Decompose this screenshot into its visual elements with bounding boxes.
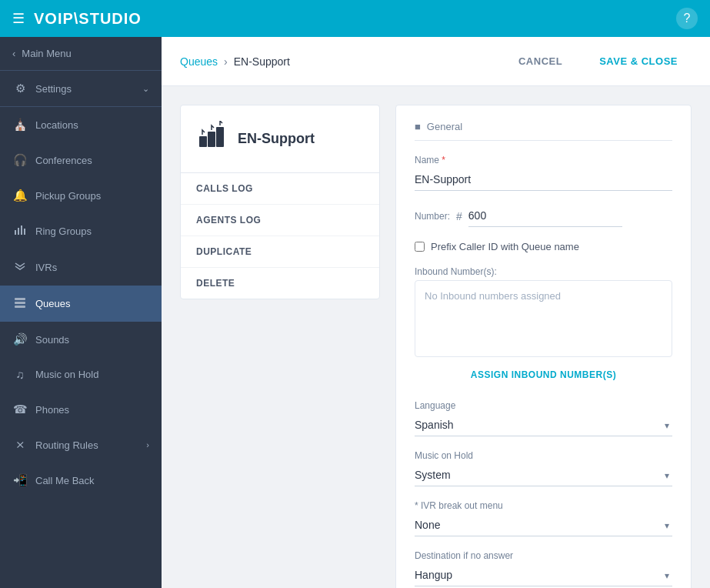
queues-icon: [12, 296, 28, 311]
sidebar: ‹ Main Menu ⚙ Settings ⌄ ⛪ Locations 🎧 C…: [0, 37, 162, 588]
sidebar-item-locations[interactable]: ⛪ Locations: [0, 107, 162, 142]
form-group-inbound: Inbound Number(s): No Inbound numbers as…: [415, 266, 672, 386]
phones-icon: ☎: [12, 403, 28, 416]
form-section-general: ■ General Name Number: #: [395, 105, 692, 588]
sidebar-item-label: Queues: [35, 298, 71, 309]
sidebar-item-label: Ring Groups: [35, 226, 92, 237]
main-layout: ‹ Main Menu ⚙ Settings ⌄ ⛪ Locations 🎧 C…: [0, 37, 710, 588]
moh-select[interactable]: System None Custom: [415, 464, 672, 486]
section-title-icon: ■: [415, 121, 421, 132]
form-group-number: Number: #: [415, 205, 672, 227]
entity-menu-agents-log[interactable]: AGENTS LOG: [181, 205, 379, 236]
ivr-select[interactable]: None: [415, 514, 672, 536]
prefix-checkbox-group: Prefix Caller ID with Queue name: [415, 241, 672, 252]
save-close-button[interactable]: SAVE & CLOSE: [585, 49, 692, 73]
sidebar-item-label: IVRs: [35, 262, 57, 273]
locations-icon: ⛪: [12, 118, 28, 132]
sidebar-item-sounds[interactable]: 🔊 Sounds: [0, 322, 162, 357]
breadcrumb-current: EN-Support: [234, 55, 290, 68]
ring-groups-icon: [12, 224, 28, 239]
svg-rect-4: [15, 298, 25, 300]
main-menu-label: Main Menu: [22, 48, 71, 59]
form-group-language: Language Spanish English French German: [415, 400, 672, 436]
sidebar-item-conferences[interactable]: 🎧 Conferences: [0, 142, 162, 178]
number-hash: #: [456, 210, 462, 222]
section-title-general: ■ General: [415, 121, 672, 141]
sounds-icon: 🔊: [12, 332, 28, 346]
assign-inbound-link[interactable]: ASSIGN INBOUND NUMBER(S): [415, 363, 672, 386]
sidebar-item-settings[interactable]: ⚙ Settings ⌄: [0, 71, 162, 107]
breadcrumb: Queues › EN-Support: [180, 55, 290, 68]
breadcrumb-parent[interactable]: Queues: [180, 55, 218, 68]
sidebar-item-label: Sounds: [35, 334, 69, 346]
sidebar-item-ivrs[interactable]: IVRs: [0, 249, 162, 286]
ivr-select-wrapper: None: [415, 514, 672, 536]
form-group-name: Name: [415, 155, 672, 191]
hamburger-icon[interactable]: ☰: [12, 10, 25, 27]
right-panel: ■ General Name Number: #: [395, 105, 692, 570]
sidebar-item-queues[interactable]: Queues: [0, 286, 162, 322]
number-input[interactable]: [468, 205, 622, 227]
cancel-button[interactable]: CANCEL: [505, 49, 576, 73]
svg-rect-5: [15, 302, 25, 304]
inbound-label: Inbound Number(s):: [415, 266, 672, 277]
ivr-label: * IVR break out menu: [415, 500, 672, 511]
language-label: Language: [415, 400, 672, 411]
call-me-back-icon: 📲: [12, 473, 28, 487]
pickup-groups-icon: 🔔: [12, 189, 28, 202]
destination-select-wrapper: Hangup Voicemail Extension: [415, 564, 672, 586]
sidebar-item-phones[interactable]: ☎ Phones: [0, 392, 162, 427]
settings-icon: ⚙: [12, 82, 28, 95]
prefix-checkbox[interactable]: [415, 242, 425, 252]
sidebar-item-label: Routing Rules: [35, 439, 98, 451]
language-select[interactable]: Spanish English French German: [415, 414, 672, 436]
breadcrumb-separator: ›: [224, 55, 228, 68]
help-icon[interactable]: ?: [676, 8, 698, 29]
conferences-icon: 🎧: [12, 153, 28, 167]
sidebar-item-label: Settings: [35, 83, 72, 95]
entity-menu-duplicate[interactable]: DUPLICATE: [181, 236, 379, 268]
entity-menu-delete[interactable]: DELETE: [181, 268, 379, 299]
inbound-numbers-box: No Inbound numbers assigned: [415, 280, 672, 357]
sidebar-item-label: Conferences: [35, 155, 92, 166]
entity-card: EN-Support CALLS LOG AGENTS LOG DUPLICAT…: [180, 105, 380, 299]
prefix-checkbox-label[interactable]: Prefix Caller ID with Queue name: [431, 241, 579, 252]
sidebar-item-label: Locations: [35, 119, 78, 131]
sidebar-item-label: Phones: [35, 404, 69, 416]
inbound-placeholder-text: No Inbound numbers assigned: [425, 290, 561, 302]
name-label: Name: [415, 155, 672, 165]
language-select-wrapper: Spanish English French German: [415, 414, 672, 436]
music-icon: ♫: [12, 368, 28, 381]
left-panel: EN-Support CALLS LOG AGENTS LOG DUPLICAT…: [180, 105, 380, 570]
sidebar-item-pickup-groups[interactable]: 🔔 Pickup Groups: [0, 178, 162, 213]
content-area: Queues › EN-Support CANCEL SAVE & CLOSE: [162, 37, 710, 588]
section-title-label: General: [427, 121, 462, 132]
logo: VOIP\STUDIO: [34, 10, 142, 28]
sidebar-item-call-me-back[interactable]: 📲 Call Me Back: [0, 463, 162, 498]
entity-header: EN-Support: [181, 105, 379, 173]
subheader: Queues › EN-Support CANCEL SAVE & CLOSE: [162, 37, 710, 86]
ivrs-icon: [12, 260, 28, 275]
entity-icon: [196, 121, 227, 157]
form-group-destination: Destination if no answer Hangup Voicemai…: [415, 550, 672, 586]
svg-rect-7: [199, 136, 207, 147]
topbar: ☰ VOIP\STUDIO ?: [0, 0, 710, 37]
sidebar-item-label: Call Me Back: [35, 475, 95, 486]
sidebar-item-label: Pickup Groups: [35, 190, 101, 202]
sidebar-item-routing-rules[interactable]: ⨯ Routing Rules ›: [0, 427, 162, 463]
form-group-ivr: * IVR break out menu None: [415, 500, 672, 536]
back-arrow-icon: ‹: [12, 48, 15, 59]
sidebar-item-label: Music on Hold: [35, 369, 98, 380]
destination-select[interactable]: Hangup Voicemail Extension: [415, 564, 672, 586]
name-input[interactable]: [415, 169, 672, 191]
subheader-actions: CANCEL SAVE & CLOSE: [505, 49, 692, 73]
destination-label: Destination if no answer: [415, 550, 672, 561]
sidebar-item-music-on-hold[interactable]: ♫ Music on Hold: [0, 357, 162, 392]
form-group-moh: Music on Hold System None Custom: [415, 450, 672, 486]
entity-menu-calls-log[interactable]: CALLS LOG: [181, 173, 379, 205]
entity-title: EN-Support: [238, 131, 315, 147]
topbar-left: ☰ VOIP\STUDIO: [12, 10, 142, 28]
sidebar-item-ring-groups[interactable]: Ring Groups: [0, 213, 162, 249]
number-label: Number:: [415, 211, 450, 222]
sidebar-main-menu[interactable]: ‹ Main Menu: [0, 37, 162, 71]
